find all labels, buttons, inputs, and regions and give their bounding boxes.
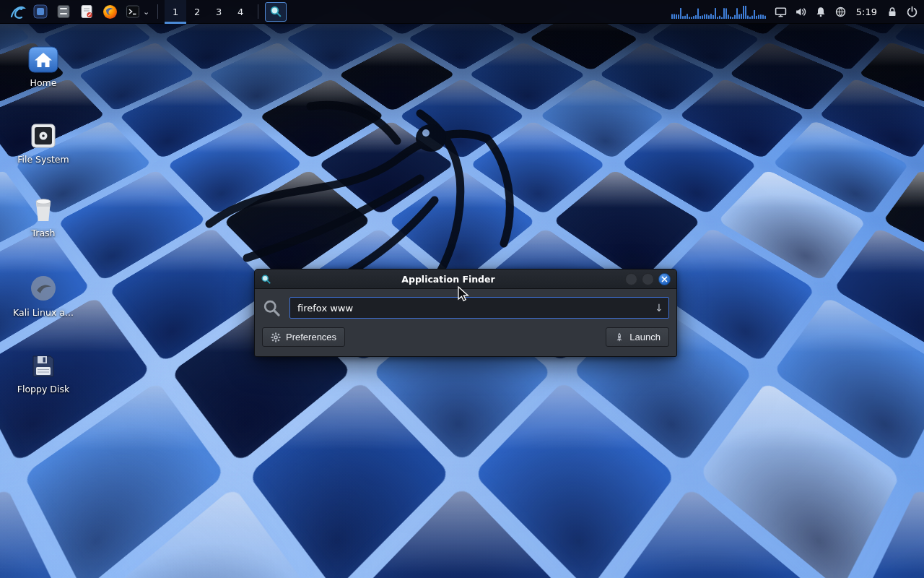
window-title: Application Finder — [276, 274, 621, 285]
launch-button[interactable]: Launch — [606, 327, 669, 347]
clock[interactable]: 5:19 — [855, 7, 879, 17]
panel-separator — [258, 4, 258, 19]
terminal-dropdown-chevron[interactable]: ⌄ — [143, 7, 149, 17]
workspace-button-1[interactable]: 1 — [165, 0, 186, 24]
firefox-launcher[interactable] — [99, 1, 121, 22]
text-editor-icon — [79, 4, 95, 20]
desktop-icon-label: Trash — [7, 228, 79, 238]
close-icon — [661, 276, 668, 282]
workspace-button-3[interactable]: 3 — [208, 0, 230, 24]
magnifier-icon — [269, 5, 282, 18]
search-input[interactable] — [289, 297, 669, 319]
launch-label: Launch — [629, 332, 661, 342]
desktop-icon-label: Kali Linux a... — [7, 308, 79, 318]
search-input-wrap: ↓ — [289, 297, 669, 319]
window-icon — [32, 4, 48, 20]
application-finder-window: Application Finder ↓ — [254, 269, 677, 357]
launch-rocket-icon — [614, 332, 624, 342]
close-button[interactable] — [658, 273, 671, 285]
workspace-button-2[interactable]: 2 — [186, 0, 208, 24]
window-magnifier-icon — [261, 274, 271, 285]
desktop-icon-label: File System — [7, 155, 79, 165]
drive-icon — [7, 118, 79, 150]
trash-icon — [7, 192, 79, 224]
kali-logo-icon — [9, 3, 26, 20]
workspace-button-4[interactable]: 4 — [230, 0, 251, 24]
panel-tray: 5:19 — [671, 4, 918, 20]
preferences-button[interactable]: Preferences — [262, 327, 345, 347]
cpu-graph[interactable] — [671, 4, 767, 20]
app-finder-panel-button[interactable] — [265, 2, 287, 22]
titlebar[interactable]: Application Finder — [255, 269, 676, 289]
minimize-button[interactable] — [625, 273, 637, 285]
desktop-icon-file-system[interactable]: File System — [7, 118, 79, 165]
preferences-label: Preferences — [286, 332, 336, 342]
window-manager-launcher[interactable] — [30, 1, 51, 22]
display-tray-icon[interactable] — [775, 6, 787, 18]
terminal-launcher[interactable] — [122, 1, 144, 22]
desktop-icon-floppy[interactable]: Floppy Disk — [7, 348, 79, 394]
desktop-icon-trash[interactable]: Trash — [7, 192, 79, 238]
workspace-label: 3 — [216, 7, 222, 17]
text-editor-launcher[interactable] — [76, 1, 97, 22]
file-cabinet-icon — [56, 4, 71, 20]
gear-icon — [271, 332, 281, 342]
desktop-icon-home[interactable]: Home — [7, 42, 79, 88]
floppy-icon — [7, 348, 79, 380]
notifications-bell-icon[interactable] — [815, 6, 827, 18]
logout-power-icon[interactable] — [906, 6, 918, 18]
maximize-button[interactable] — [642, 273, 654, 285]
globe-status-icon[interactable] — [834, 6, 847, 18]
workspace-label: 4 — [237, 7, 243, 17]
desktop-icon-label: Home — [7, 78, 79, 88]
file-manager-launcher[interactable] — [53, 1, 74, 22]
applications-menu-button[interactable] — [6, 1, 28, 22]
volume-icon[interactable] — [795, 6, 807, 18]
search-icon — [262, 298, 282, 318]
panel-separator — [157, 4, 158, 19]
desktop-icon-label: Floppy Disk — [7, 384, 79, 394]
top-panel: ⌄ 1 2 3 4 5:19 — [0, 0, 924, 24]
firefox-icon — [102, 4, 118, 20]
dialog-body: ↓ — [255, 289, 676, 356]
desktop-icon-kali-docs[interactable]: Kali Linux a... — [7, 272, 79, 318]
kali-circle-icon — [7, 272, 79, 303]
workspace-label: 1 — [173, 7, 178, 17]
lock-icon[interactable] — [886, 6, 898, 18]
search-history-dropdown-icon[interactable]: ↓ — [655, 302, 663, 314]
home-icon — [7, 42, 79, 74]
terminal-icon — [125, 4, 141, 20]
workspace-label: 2 — [194, 7, 200, 17]
